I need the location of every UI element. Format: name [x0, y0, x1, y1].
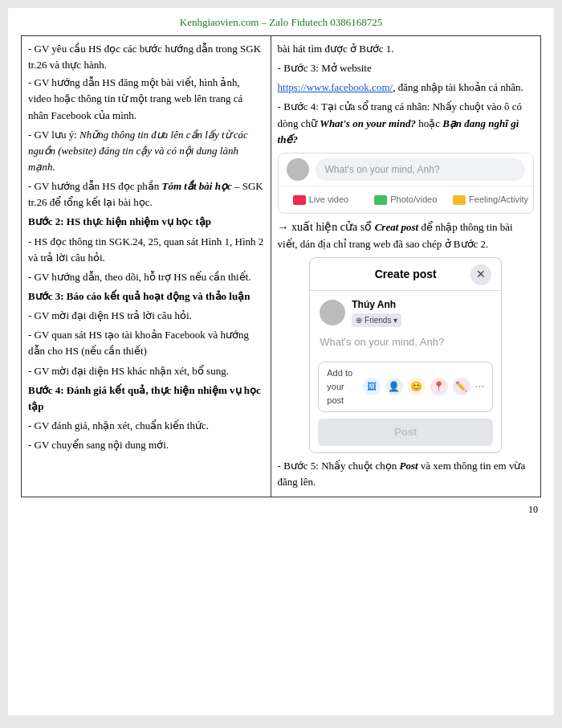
fb-feeling-label: Feeling/Activity — [469, 193, 528, 207]
photo-icon — [374, 195, 387, 205]
left-column: - GV yêu cầu HS đọc các bước hướng dẫn t… — [22, 36, 271, 497]
step3-title: Bước 3: Báo cáo kết quả hoạt động và thả… — [28, 288, 264, 305]
step4-p1: - GV đánh giá, nhận xét, chuẩn kiến thức… — [28, 418, 264, 434]
cp-mind-placeholder[interactable]: What's on your mind, Anh? — [310, 331, 501, 358]
fb-live-label: Live video — [309, 193, 349, 207]
fb-live-btn[interactable]: Live video — [279, 190, 364, 210]
arrow-prefix: → xuất hiện cửa sổ — [278, 221, 375, 233]
fb-actions-row: Live video Photo/video Feeling/Activity — [279, 186, 533, 213]
left-p1: - GV yêu cầu HS đọc các bước hướng dẫn t… — [28, 41, 264, 73]
right-p1: bài hát tìm được ở Bước 1. — [278, 41, 534, 57]
step2-title: Bước 2: HS thực hiện nhiệm vụ học tập — [28, 214, 264, 230]
step5-text: - Bước 5: Nhấy chuột chọn Post và xem th… — [278, 458, 534, 490]
cp-user-name: Thúy Anh — [352, 297, 401, 313]
left-p2: - GV hướng dẫn HS đăng một bài viết, hìn… — [28, 75, 264, 123]
cp-title: Create post — [340, 266, 470, 284]
main-table: - GV yêu cầu HS đọc các bước hướng dẫn t… — [21, 35, 541, 497]
more-icon[interactable]: ··· — [475, 378, 485, 395]
feeling-icon — [453, 195, 466, 205]
step2-p1: - HS đọc thông tin SGK.24, 25, quan sát … — [28, 234, 264, 266]
step4-p2: - GV chuyển sang nội dung mới. — [28, 437, 264, 453]
left-p4-prefix: - GV hướng dẫn HS đọc phần — [28, 180, 162, 192]
left-p4-bold-italic: Tóm tắt bài học — [162, 180, 232, 192]
step3-p1: - GV mời đại diện HS trả lời câu hỏi. — [28, 308, 264, 324]
right-p3-bi1: What's on your mind? — [320, 117, 416, 129]
live-icon — [293, 195, 306, 205]
cp-close-btn[interactable]: ✕ — [470, 264, 491, 285]
pencil-add-icon[interactable]: ✏️ — [453, 378, 470, 395]
cp-avatar — [320, 300, 345, 325]
fb-photo-btn[interactable]: Photo/video — [363, 190, 448, 210]
header-link[interactable]: Kenhgiaovien.com – Zalo Fidutech 0386168… — [21, 16, 541, 29]
cp-user-info: Thúy Anh ⊕ Friends ▾ — [352, 297, 401, 327]
cp-icons-row: 🖼 👤 😊 📍 ✏️ ··· — [363, 378, 485, 395]
emoji-add-icon[interactable]: 😊 — [408, 378, 426, 395]
right-p2-url: https://www.facebook.com/, đăng nhập tài… — [278, 80, 534, 96]
page-number: 10 — [21, 504, 541, 516]
location-add-icon[interactable]: 📍 — [430, 378, 448, 395]
cp-header: Create post ✕ — [310, 258, 501, 291]
right-p2-suffix: , đăng nhập tài khoản cá nhân. — [393, 81, 523, 93]
fb-feeling-btn[interactable]: Feeling/Activity — [448, 190, 533, 210]
right-p2-text: - Bước 3: Mở website — [278, 62, 372, 74]
fb-avatar — [287, 158, 309, 181]
right-p3-mid: hoặc — [416, 117, 442, 129]
cp-friends-badge[interactable]: ⊕ Friends ▾ — [352, 313, 401, 328]
photo-add-icon[interactable]: 🖼 — [363, 378, 381, 395]
site-link[interactable]: Kenhgiaovien.com – Zalo Fidutech 0386168… — [180, 16, 382, 28]
step5-prefix: - Bước 5: Nhấy chuột chọn — [278, 460, 400, 472]
right-column: bài hát tìm được ở Bước 1. - Bước 3: Mở … — [271, 36, 540, 497]
creat-post-label: Creat post — [375, 221, 419, 233]
right-p3: - Bước 4: Tại cửa sổ trang cá nhân: Nhấy… — [278, 99, 534, 147]
fb-mind-input[interactable]: What's on your mind, Anh? — [316, 158, 525, 182]
step2-p2: - GV hướng dẫn, theo dõi, hỗ trợ HS nếu … — [28, 269, 264, 285]
step3-p2: - GV quan sát HS tạo tài khoản Facebook … — [28, 327, 264, 359]
cp-user-row: Thúy Anh ⊕ Friends ▾ — [310, 291, 501, 330]
fb-mind-bar: What's on your mind, Anh? — [279, 153, 533, 186]
person-add-icon[interactable]: 👤 — [385, 378, 403, 395]
create-post-dialog: Create post ✕ Thúy Anh ⊕ Friends ▾ What'… — [309, 257, 502, 453]
fb-url-link[interactable]: https://www.facebook.com/ — [278, 81, 393, 93]
right-p2: - Bước 3: Mở website — [278, 60, 534, 76]
step5-post-label: Post — [399, 460, 417, 472]
step3-p3: - GV mời đại diện HS khác nhận xét, bổ s… — [28, 363, 264, 379]
page: Kenhgiaovien.com – Zalo Fidutech 0386168… — [8, 8, 554, 715]
step4-title: Bước 4: Đánh giá kết quả, thực hiện nhiệ… — [28, 382, 264, 415]
arrow-text: → xuất hiện cửa sổ Creat post để nhập th… — [278, 219, 534, 252]
left-p3-prefix: - GV lưu ý: — [28, 129, 79, 141]
fb-photo-label: Photo/video — [390, 193, 437, 207]
facebook-mind-widget: What's on your mind, Anh? Live video Pho… — [278, 153, 534, 215]
cp-post-button[interactable]: Post — [318, 419, 493, 446]
cp-add-row: Add to your post 🖼 👤 😊 📍 ✏️ ··· — [318, 362, 493, 412]
left-p4: - GV hướng dẫn HS đọc phần Tóm tắt bài h… — [28, 178, 264, 211]
left-p3: - GV lưu ý: Những thông tin đưa lên cần … — [28, 127, 264, 175]
cp-add-label: Add to your post — [327, 366, 362, 407]
